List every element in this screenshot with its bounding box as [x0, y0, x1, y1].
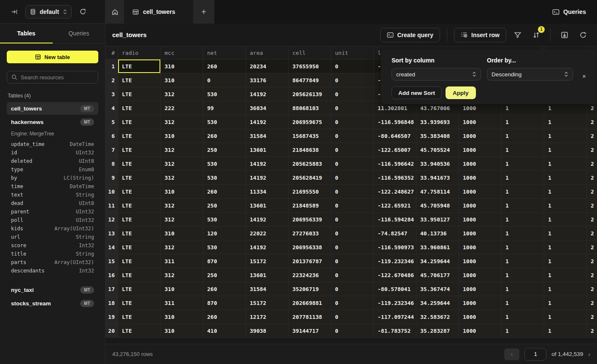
table-cell[interactable]: 2 — [587, 296, 597, 310]
table-cell[interactable]: 2 — [587, 115, 597, 129]
table-cell[interactable]: LTE — [118, 87, 161, 101]
table-cell[interactable]: 1 — [502, 199, 544, 213]
table-cell[interactable]: 1000 — [459, 171, 502, 185]
table-cell[interactable]: LTE — [118, 157, 161, 171]
table-cell[interactable]: -116.596848 — [374, 115, 416, 129]
table-cell[interactable]: LTE — [118, 226, 161, 240]
table-cell[interactable]: 2 — [587, 324, 597, 338]
table-cell[interactable]: 312 — [161, 157, 203, 171]
table-cell[interactable]: 1 — [544, 213, 587, 226]
table-cell[interactable]: 1 — [544, 129, 587, 143]
table-cell[interactable]: 14192 — [246, 240, 289, 254]
table-cell[interactable]: 530 — [203, 157, 246, 171]
table-cell[interactable]: 22022 — [246, 226, 289, 240]
table-cell[interactable]: 1 — [544, 157, 587, 171]
table-cell[interactable]: 15172 — [246, 296, 289, 310]
table-cell[interactable]: 205628419 — [289, 171, 331, 185]
table-cell[interactable]: 40.13736 — [416, 226, 459, 240]
table-cell[interactable]: 14192 — [246, 87, 289, 101]
table-cell[interactable]: 33.939693 — [416, 115, 459, 129]
table-cell[interactable]: 13601 — [246, 143, 289, 157]
home-tab-button[interactable] — [105, 0, 124, 24]
table-cell[interactable]: 33.950127 — [416, 213, 459, 226]
table-cell[interactable]: 22324236 — [289, 268, 331, 282]
table-cell[interactable]: 310 — [161, 73, 203, 87]
table-cell[interactable]: 2 — [587, 310, 597, 324]
table-cell[interactable]: 27276033 — [289, 226, 331, 240]
table-cell[interactable]: 1 — [544, 143, 587, 157]
table-cell[interactable]: 530 — [203, 213, 246, 226]
table-cell[interactable]: 2 — [587, 129, 597, 143]
table-cell[interactable]: 1000 — [459, 199, 502, 213]
table-cell[interactable]: 1 — [502, 213, 544, 226]
table-cell[interactable]: 1 — [502, 157, 544, 171]
add-new-sort-button[interactable]: Add new Sort — [392, 86, 442, 99]
table-cell[interactable]: 1 — [544, 226, 587, 240]
table-cell[interactable]: 99 — [203, 101, 246, 115]
table-cell[interactable]: 1 — [502, 282, 544, 296]
table-cell[interactable]: -117.097244 — [374, 310, 416, 324]
table-cell[interactable]: 31584 — [246, 129, 289, 143]
sort-button[interactable]: 1 — [529, 28, 543, 42]
table-cell[interactable]: 1 — [502, 115, 544, 129]
table-cell[interactable]: 312 — [161, 115, 203, 129]
table-cell[interactable]: 1000 — [459, 254, 502, 268]
table-cell[interactable]: 310 — [161, 185, 203, 199]
table-cell[interactable]: 20234 — [246, 59, 289, 73]
table-cell[interactable]: -74.82547 — [374, 226, 416, 240]
table-cell[interactable]: 1000 — [459, 324, 502, 338]
table-cell[interactable]: 260 — [203, 129, 246, 143]
new-tab-button[interactable]: + — [193, 0, 214, 24]
table-cell[interactable]: LTE — [118, 324, 161, 338]
table-cell[interactable]: -122.65007 — [374, 143, 416, 157]
table-cell[interactable]: 37655950 — [289, 59, 331, 73]
table-cell[interactable]: 13601 — [246, 199, 289, 213]
table-cell[interactable]: LTE — [118, 115, 161, 129]
table-cell[interactable]: LTE — [118, 171, 161, 185]
table-cell[interactable]: LTE — [118, 185, 161, 199]
table-cell[interactable]: 1000 — [459, 268, 502, 282]
table-cell[interactable]: -116.594284 — [374, 213, 416, 226]
table-cell[interactable]: 1 — [502, 240, 544, 254]
table-cell[interactable]: 260 — [203, 185, 246, 199]
table-cell[interactable]: 1 — [544, 324, 587, 338]
queries-button[interactable]: Queries — [541, 0, 597, 24]
table-cell[interactable]: 530 — [203, 240, 246, 254]
table-cell[interactable]: 0 — [331, 143, 374, 157]
table-cell[interactable]: 39144717 — [289, 324, 331, 338]
table-cell[interactable]: 14192 — [246, 115, 289, 129]
page-input[interactable] — [524, 348, 546, 361]
table-cell[interactable]: 1 — [502, 143, 544, 157]
table-cell[interactable]: 870 — [203, 296, 246, 310]
table-cell[interactable]: 310 — [161, 324, 203, 338]
table-cell[interactable]: -122.248627 — [374, 185, 416, 199]
table-cell[interactable]: 260 — [203, 282, 246, 296]
table-cell[interactable]: -116.596352 — [374, 171, 416, 185]
table-cell[interactable]: 11334 — [246, 185, 289, 199]
table-cell[interactable]: LTE — [118, 59, 161, 73]
table-cell[interactable]: 310 — [161, 310, 203, 324]
filter-button[interactable] — [511, 28, 525, 42]
table-cell[interactable]: 33.960861 — [416, 240, 459, 254]
table-cell[interactable]: 250 — [203, 199, 246, 213]
table-cell[interactable]: 0 — [331, 240, 374, 254]
table-cell[interactable]: 250 — [203, 143, 246, 157]
search-input[interactable] — [21, 74, 94, 81]
table-cell[interactable]: 1000 — [459, 185, 502, 199]
table-cell[interactable]: -119.232346 — [374, 254, 416, 268]
table-cell[interactable]: -122.65921 — [374, 199, 416, 213]
table-cell[interactable]: LTE — [118, 282, 161, 296]
table-cell[interactable]: -122.670486 — [374, 268, 416, 282]
table-cell[interactable]: 0 — [331, 59, 374, 73]
table-cell[interactable]: 310 — [161, 59, 203, 73]
table-cell[interactable]: 206959675 — [289, 115, 331, 129]
table-cell[interactable]: LTE — [118, 213, 161, 226]
table-cell[interactable]: 1 — [502, 324, 544, 338]
column-header-radio[interactable]: radio — [118, 46, 161, 59]
table-cell[interactable]: LTE — [118, 240, 161, 254]
table-cell[interactable]: 34.259644 — [416, 296, 459, 310]
table-cell[interactable]: 530 — [203, 115, 246, 129]
table-cell[interactable]: 1 — [544, 115, 587, 129]
table-cell[interactable]: 2 — [587, 157, 597, 171]
next-page-button[interactable]: › — [588, 351, 590, 358]
